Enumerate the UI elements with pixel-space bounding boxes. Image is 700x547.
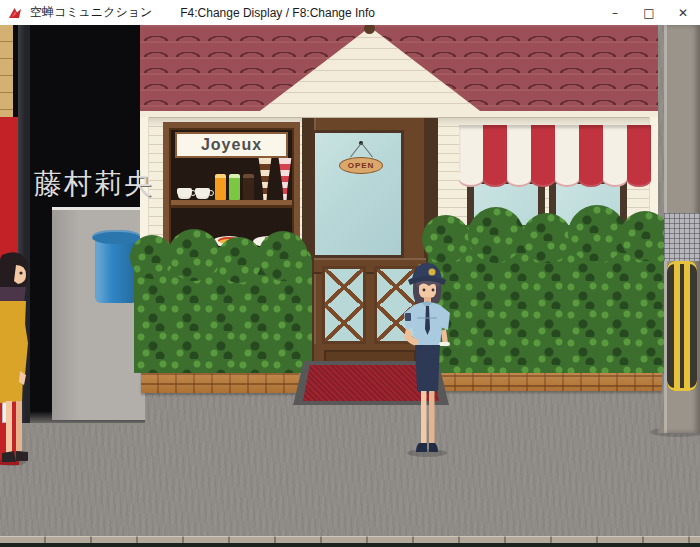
bush-left (134, 247, 312, 373)
street-curb (0, 536, 700, 543)
utility-pole (664, 25, 700, 433)
minimize-button[interactable]: – (598, 0, 632, 25)
awning-scallop (483, 173, 507, 187)
npc-policewoman[interactable] (394, 255, 460, 457)
npc-yellow-dress-woman[interactable] (0, 251, 34, 467)
character-name-overlay: 藤村莉央 (34, 165, 154, 203)
sign-string (350, 143, 362, 158)
door-lattice-left (322, 266, 366, 344)
trash-can-lid (92, 230, 141, 244)
bush-foliage (468, 207, 524, 263)
cafe-sign-text: Joyeux (201, 136, 262, 154)
titlebar-hotkeys: F4:Change Display / F8:Change Info (180, 6, 375, 20)
awning-scallop (579, 173, 603, 187)
bush-right (428, 225, 668, 373)
game-viewport[interactable]: Joyeux OPEN (0, 25, 700, 547)
awning-scallop (459, 173, 483, 187)
game-window: 空蝉コミュニクション F4:Change Display / F8:Change… (0, 0, 700, 547)
open-sign-text: OPEN (348, 161, 375, 170)
awning-scallop (603, 173, 627, 187)
awning-scallop (531, 173, 555, 187)
pole-striped-guard (667, 261, 697, 391)
awning-scallop (627, 173, 651, 187)
bush-foliage (620, 211, 670, 261)
awning (459, 125, 651, 173)
awning-scallop (507, 173, 531, 187)
awning-scallops (459, 173, 651, 187)
bush-foliage (258, 231, 308, 281)
left-brick-wall (0, 25, 13, 117)
pole-mesh-band (664, 213, 700, 261)
bush-foliage (168, 229, 220, 281)
app-icon (8, 6, 22, 20)
maximize-button[interactable]: □ (632, 0, 666, 25)
sign-string (361, 143, 373, 158)
door-window: OPEN (312, 130, 404, 258)
close-icon: ✕ (678, 6, 688, 20)
window-title: 空蝉コミュニクション (30, 4, 152, 21)
orange-juice (215, 174, 226, 200)
minimize-icon: – (612, 6, 618, 20)
title-bar: 空蝉コミュニクション F4:Change Display / F8:Change… (0, 0, 700, 25)
street-gutter (0, 543, 700, 547)
iced-coffee (243, 174, 254, 200)
melon-soda (229, 174, 240, 200)
shelf-board (171, 200, 292, 208)
cafe-sign: Joyeux (175, 132, 288, 158)
maximize-icon: □ (643, 6, 654, 20)
open-sign: OPEN (339, 157, 383, 174)
awning-scallop (555, 173, 579, 187)
strawberry-parfait (277, 158, 293, 200)
coffee-cup (195, 188, 210, 197)
bush-foliage (522, 213, 572, 263)
chocolate-parfait (257, 158, 273, 200)
bush-foliage (568, 205, 626, 263)
coffee-cup (177, 188, 192, 197)
close-button[interactable]: ✕ (666, 0, 700, 25)
bush-foliage (216, 237, 262, 283)
